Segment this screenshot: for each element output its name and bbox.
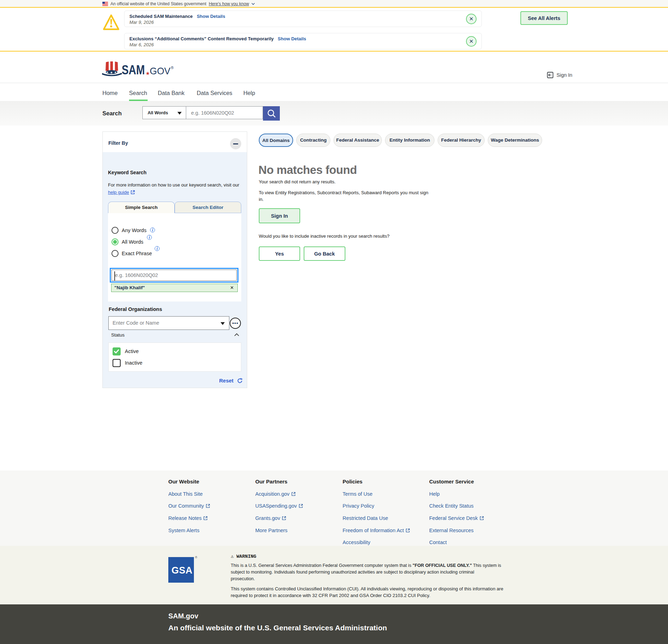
svg-text:®: ® <box>171 66 174 70</box>
svg-text:★: ★ <box>106 71 109 74</box>
svg-text:★: ★ <box>110 71 113 74</box>
svg-text:GOV: GOV <box>150 65 170 76</box>
svg-text:★: ★ <box>146 70 150 76</box>
svg-text:★: ★ <box>114 71 117 74</box>
svg-text:SAM: SAM <box>122 62 145 77</box>
